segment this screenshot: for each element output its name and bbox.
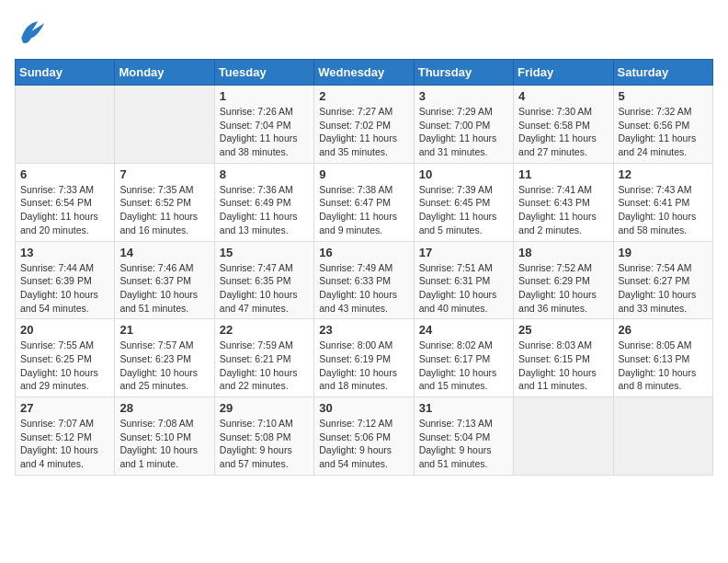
cell-content: Sunrise: 7:35 AMSunset: 6:52 PMDaylight:… xyxy=(119,183,209,237)
calendar-cell: 1Sunrise: 7:26 AMSunset: 7:04 PMDaylight… xyxy=(214,86,313,164)
cell-content: Sunrise: 8:00 AMSunset: 6:19 PMDaylight:… xyxy=(319,339,408,393)
calendar-cell: 21Sunrise: 7:57 AMSunset: 6:23 PMDayligh… xyxy=(115,319,214,397)
day-number: 17 xyxy=(419,246,508,259)
cell-content: Sunrise: 7:54 AMSunset: 6:27 PMDaylight:… xyxy=(619,261,708,316)
calendar-cell xyxy=(16,86,115,164)
calendar-cell: 6Sunrise: 7:33 AMSunset: 6:54 PMDaylight… xyxy=(16,163,115,241)
calendar-cell: 23Sunrise: 8:00 AMSunset: 6:19 PMDayligh… xyxy=(314,319,414,397)
calendar-cell: 12Sunrise: 7:43 AMSunset: 6:41 PMDayligh… xyxy=(613,163,712,241)
cell-content: Sunrise: 7:49 AMSunset: 6:33 PMDaylight:… xyxy=(319,261,408,316)
calendar-cell: 25Sunrise: 8:03 AMSunset: 6:15 PMDayligh… xyxy=(514,319,613,397)
day-number: 4 xyxy=(518,89,608,103)
calendar-cell: 30Sunrise: 7:12 AMSunset: 5:06 PMDayligh… xyxy=(314,397,414,476)
calendar-cell: 29Sunrise: 7:10 AMSunset: 5:08 PMDayligh… xyxy=(214,397,313,476)
day-number: 28 xyxy=(119,401,209,415)
cell-content: Sunrise: 7:26 AMSunset: 7:04 PMDaylight:… xyxy=(220,105,309,159)
calendar-cell: 15Sunrise: 7:47 AMSunset: 6:35 PMDayligh… xyxy=(214,241,313,319)
day-number: 20 xyxy=(20,323,109,337)
calendar-cell: 31Sunrise: 7:13 AMSunset: 5:04 PMDayligh… xyxy=(414,397,513,476)
cell-content: Sunrise: 7:41 AMSunset: 6:43 PMDaylight:… xyxy=(518,183,608,237)
day-number: 3 xyxy=(419,89,508,103)
cell-content: Sunrise: 7:13 AMSunset: 5:04 PMDaylight:… xyxy=(419,417,508,471)
page-header xyxy=(15,15,713,48)
cell-content: Sunrise: 7:43 AMSunset: 6:41 PMDaylight:… xyxy=(619,183,708,237)
calendar-cell: 17Sunrise: 7:51 AMSunset: 6:31 PMDayligh… xyxy=(414,241,513,319)
calendar-cell: 2Sunrise: 7:27 AMSunset: 7:02 PMDaylight… xyxy=(314,86,414,164)
day-number: 29 xyxy=(220,401,309,415)
day-number: 15 xyxy=(220,246,309,259)
cell-content: Sunrise: 7:12 AMSunset: 5:06 PMDaylight:… xyxy=(319,417,408,471)
cell-content: Sunrise: 7:46 AMSunset: 6:37 PMDaylight:… xyxy=(119,261,209,316)
day-number: 21 xyxy=(119,323,209,337)
cell-content: Sunrise: 7:33 AMSunset: 6:54 PMDaylight:… xyxy=(20,183,109,237)
calendar-cell: 20Sunrise: 7:55 AMSunset: 6:25 PMDayligh… xyxy=(16,319,115,397)
day-number: 6 xyxy=(20,167,109,181)
day-number: 30 xyxy=(319,401,408,415)
day-number: 7 xyxy=(119,167,209,181)
calendar-cell xyxy=(115,86,214,164)
calendar-cell: 24Sunrise: 8:02 AMSunset: 6:17 PMDayligh… xyxy=(414,319,513,397)
calendar-cell: 19Sunrise: 7:54 AMSunset: 6:27 PMDayligh… xyxy=(613,241,712,319)
day-number: 23 xyxy=(319,323,408,337)
day-number: 31 xyxy=(419,401,508,415)
cell-content: Sunrise: 7:47 AMSunset: 6:35 PMDaylight:… xyxy=(220,261,309,316)
week-row-3: 20Sunrise: 7:55 AMSunset: 6:25 PMDayligh… xyxy=(16,319,713,397)
calendar-cell: 27Sunrise: 7:07 AMSunset: 5:12 PMDayligh… xyxy=(16,397,115,476)
calendar-cell: 16Sunrise: 7:49 AMSunset: 6:33 PMDayligh… xyxy=(314,241,414,319)
calendar-cell: 14Sunrise: 7:46 AMSunset: 6:37 PMDayligh… xyxy=(115,241,214,319)
column-header-sunday: Sunday xyxy=(16,60,115,86)
calendar-cell: 28Sunrise: 7:08 AMSunset: 5:10 PMDayligh… xyxy=(115,397,214,476)
day-number: 24 xyxy=(419,323,508,337)
day-number: 10 xyxy=(419,167,508,181)
cell-content: Sunrise: 7:38 AMSunset: 6:47 PMDaylight:… xyxy=(319,183,408,237)
calendar-cell: 18Sunrise: 7:52 AMSunset: 6:29 PMDayligh… xyxy=(514,241,613,319)
calendar-cell: 10Sunrise: 7:39 AMSunset: 6:45 PMDayligh… xyxy=(414,163,513,241)
day-number: 2 xyxy=(319,89,408,103)
cell-content: Sunrise: 7:59 AMSunset: 6:21 PMDaylight:… xyxy=(220,339,309,393)
calendar-cell: 5Sunrise: 7:32 AMSunset: 6:56 PMDaylight… xyxy=(613,86,712,164)
calendar-cell: 13Sunrise: 7:44 AMSunset: 6:39 PMDayligh… xyxy=(16,241,115,319)
day-number: 8 xyxy=(220,167,309,181)
calendar-cell: 3Sunrise: 7:29 AMSunset: 7:00 PMDaylight… xyxy=(414,86,513,164)
cell-content: Sunrise: 7:32 AMSunset: 6:56 PMDaylight:… xyxy=(619,105,708,159)
calendar-cell: 11Sunrise: 7:41 AMSunset: 6:43 PMDayligh… xyxy=(514,163,613,241)
day-number: 13 xyxy=(20,246,109,259)
calendar-cell: 4Sunrise: 7:30 AMSunset: 6:58 PMDaylight… xyxy=(514,86,613,164)
cell-content: Sunrise: 7:10 AMSunset: 5:08 PMDaylight:… xyxy=(220,417,309,471)
cell-content: Sunrise: 7:27 AMSunset: 7:02 PMDaylight:… xyxy=(319,105,408,159)
cell-content: Sunrise: 7:29 AMSunset: 7:00 PMDaylight:… xyxy=(419,105,508,159)
day-number: 16 xyxy=(319,246,408,259)
week-row-4: 27Sunrise: 7:07 AMSunset: 5:12 PMDayligh… xyxy=(16,397,713,476)
column-header-monday: Monday xyxy=(115,60,214,86)
logo xyxy=(15,15,51,48)
cell-content: Sunrise: 8:05 AMSunset: 6:13 PMDaylight:… xyxy=(619,339,708,393)
calendar-cell: 9Sunrise: 7:38 AMSunset: 6:47 PMDaylight… xyxy=(314,163,414,241)
calendar-table: SundayMondayTuesdayWednesdayThursdayFrid… xyxy=(15,59,713,476)
cell-content: Sunrise: 7:08 AMSunset: 5:10 PMDaylight:… xyxy=(119,417,209,471)
cell-content: Sunrise: 7:44 AMSunset: 6:39 PMDaylight:… xyxy=(20,261,109,316)
cell-content: Sunrise: 7:30 AMSunset: 6:58 PMDaylight:… xyxy=(518,105,608,159)
cell-content: Sunrise: 7:57 AMSunset: 6:23 PMDaylight:… xyxy=(119,339,209,393)
day-number: 14 xyxy=(119,246,209,259)
day-number: 27 xyxy=(20,401,109,415)
week-row-2: 13Sunrise: 7:44 AMSunset: 6:39 PMDayligh… xyxy=(16,241,713,319)
day-number: 9 xyxy=(319,167,408,181)
day-number: 19 xyxy=(619,246,708,259)
calendar-cell xyxy=(613,397,712,476)
cell-content: Sunrise: 7:36 AMSunset: 6:49 PMDaylight:… xyxy=(220,183,309,237)
calendar-cell: 22Sunrise: 7:59 AMSunset: 6:21 PMDayligh… xyxy=(214,319,313,397)
column-header-friday: Friday xyxy=(514,60,613,86)
day-number: 18 xyxy=(518,246,608,259)
cell-content: Sunrise: 8:02 AMSunset: 6:17 PMDaylight:… xyxy=(419,339,508,393)
day-number: 11 xyxy=(518,167,608,181)
day-number: 26 xyxy=(619,323,708,337)
logo-icon xyxy=(15,15,48,48)
day-number: 22 xyxy=(220,323,309,337)
day-number: 1 xyxy=(220,89,309,103)
week-row-1: 6Sunrise: 7:33 AMSunset: 6:54 PMDaylight… xyxy=(16,163,713,241)
cell-content: Sunrise: 8:03 AMSunset: 6:15 PMDaylight:… xyxy=(518,339,608,393)
calendar-cell: 8Sunrise: 7:36 AMSunset: 6:49 PMDaylight… xyxy=(214,163,313,241)
cell-content: Sunrise: 7:52 AMSunset: 6:29 PMDaylight:… xyxy=(518,261,608,316)
calendar-cell: 26Sunrise: 8:05 AMSunset: 6:13 PMDayligh… xyxy=(613,319,712,397)
week-row-0: 1Sunrise: 7:26 AMSunset: 7:04 PMDaylight… xyxy=(16,86,713,164)
